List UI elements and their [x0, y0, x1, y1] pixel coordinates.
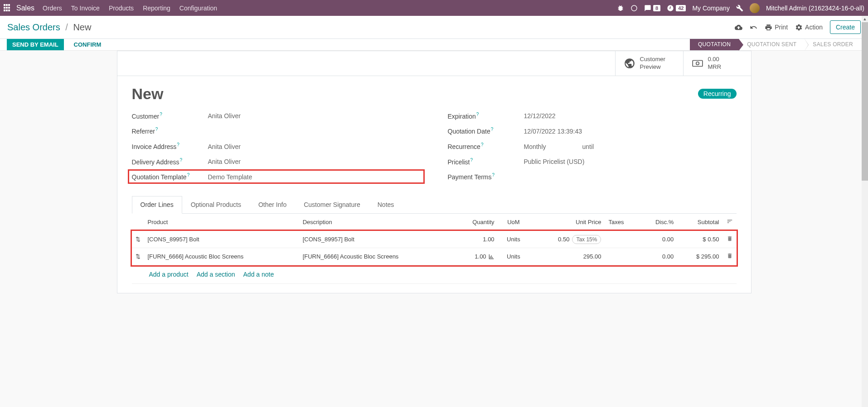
tab-customer-signature[interactable]: Customer Signature: [295, 196, 369, 213]
invoice-address-field: Invoice Address? Anita Oliver: [132, 142, 421, 150]
nav-to-invoice[interactable]: To Invoice: [71, 5, 100, 12]
action-button[interactable]: Action: [795, 24, 823, 31]
create-button[interactable]: Create: [830, 20, 861, 34]
payment-terms-field: Payment Terms?: [448, 172, 737, 181]
invoice-address-value[interactable]: Anita Oliver: [208, 143, 421, 150]
cell-product[interactable]: [CONS_89957] Bolt: [144, 231, 299, 248]
nav-orders[interactable]: Orders: [43, 5, 62, 12]
drag-handle-icon[interactable]: ⇅: [132, 231, 144, 248]
expiration-value[interactable]: 12/12/2022: [524, 112, 737, 120]
breadcrumb-root[interactable]: Sales Orders: [7, 22, 60, 32]
add-note-link[interactable]: Add a note: [243, 271, 274, 278]
delete-icon[interactable]: [727, 253, 733, 259]
table-body: ⇅[CONS_89957] Bolt[CONS_89957] Bolt1.00U…: [132, 231, 737, 265]
th-description[interactable]: Description: [299, 214, 454, 231]
avatar[interactable]: [750, 3, 760, 13]
nav-configuration[interactable]: Configuration: [179, 5, 217, 12]
print-button[interactable]: Print: [765, 24, 788, 31]
th-unit-price[interactable]: Unit Price: [529, 214, 605, 231]
support-icon[interactable]: [630, 5, 638, 12]
order-lines-table: Product Description Quantity UoM Unit Pr…: [132, 214, 737, 284]
add-row: Add a product Add a section Add a note: [132, 265, 737, 284]
recurrence-label: Recurrence?: [448, 142, 524, 150]
th-subtotal[interactable]: Subtotal: [677, 214, 723, 231]
th-uom[interactable]: UoM: [498, 214, 529, 231]
apps-icon[interactable]: [4, 4, 12, 12]
status-quotation[interactable]: QUOTATION: [690, 39, 739, 50]
scrollbar-thumb[interactable]: [862, 22, 868, 181]
activities-badge: 42: [676, 5, 686, 11]
breadcrumb-separator: /: [65, 22, 68, 32]
svg-point-1: [696, 62, 699, 65]
bug-icon[interactable]: [617, 5, 624, 12]
quotation-date-value[interactable]: 12/07/2022 13:39:43: [524, 128, 737, 135]
columns-config-icon[interactable]: [727, 218, 733, 225]
cell-uom[interactable]: Units: [498, 248, 529, 265]
tab-other-info[interactable]: Other Info: [250, 196, 295, 213]
customer-value[interactable]: Anita Oliver: [208, 112, 421, 120]
form-sheet: Customer Preview 0.00 MRR New Recurring: [117, 51, 752, 293]
quotation-template-value[interactable]: Demo Template: [208, 173, 421, 181]
chart-icon[interactable]: [488, 254, 495, 260]
tab-optional-products[interactable]: Optional Products: [182, 196, 250, 213]
status-sales-order[interactable]: SALES ORDER: [805, 39, 861, 50]
cell-quantity[interactable]: 1.00: [454, 231, 498, 248]
mrr-button[interactable]: 0.00 MRR: [683, 51, 751, 76]
discard-button[interactable]: [750, 24, 757, 31]
delivery-address-value[interactable]: Anita Oliver: [208, 158, 421, 165]
add-product-link[interactable]: Add a product: [149, 271, 189, 278]
messaging-badge: 8: [653, 5, 660, 11]
messaging-button[interactable]: 8: [644, 5, 660, 12]
send-by-email-button[interactable]: SEND BY EMAIL: [7, 39, 64, 50]
cell-description[interactable]: [CONS_89957] Bolt: [299, 231, 454, 248]
debug-tools-icon[interactable]: [736, 5, 743, 12]
activities-button[interactable]: 42: [667, 5, 686, 12]
drag-handle-icon[interactable]: ⇅: [132, 248, 144, 265]
tab-order-lines[interactable]: Order Lines: [132, 196, 182, 214]
status-quotation-sent[interactable]: QUOTATION SENT: [739, 39, 805, 50]
nav-menu: Orders To Invoice Products Reporting Con…: [43, 5, 217, 12]
user-name[interactable]: Mitchell Admin (21623424-16-0-all): [766, 5, 864, 12]
cell-unit-price[interactable]: 0.50Tax 15%: [529, 231, 605, 248]
table-row[interactable]: ⇅[FURN_6666] Acoustic Bloc Screens[FURN_…: [132, 248, 737, 265]
recurrence-value[interactable]: Monthly until: [524, 143, 737, 150]
scroll-up-arrow[interactable]: ▲: [862, 16, 868, 22]
control-panel: Sales Orders / New Print Action Create: [0, 16, 868, 39]
th-taxes[interactable]: Taxes: [605, 214, 639, 231]
company-selector[interactable]: My Company: [692, 5, 729, 12]
th-disc[interactable]: Disc.%: [639, 214, 678, 231]
vertical-scrollbar[interactable]: ▲: [862, 16, 868, 293]
cell-disc[interactable]: 0.00: [639, 231, 678, 248]
app-name[interactable]: Sales: [16, 4, 34, 12]
preview-line1: Customer: [640, 56, 665, 63]
nav-products[interactable]: Products: [109, 5, 134, 12]
cell-product[interactable]: [FURN_6666] Acoustic Bloc Screens: [144, 248, 299, 265]
add-section-link[interactable]: Add a section: [197, 271, 235, 278]
tab-notes[interactable]: Notes: [369, 196, 403, 213]
cell-disc[interactable]: 0.00: [639, 248, 678, 265]
table-row[interactable]: ⇅[CONS_89957] Bolt[CONS_89957] Bolt1.00U…: [132, 231, 737, 248]
customer-label: Customer?: [132, 112, 208, 120]
th-product[interactable]: Product: [144, 214, 299, 231]
sheet-body: New Recurring Customer? Anita Oliver Ref…: [117, 76, 751, 293]
save-button[interactable]: [735, 24, 742, 31]
cell-taxes[interactable]: [605, 248, 639, 265]
globe-icon: [624, 57, 635, 69]
quotation-date-field: Quotation Date? 12/07/2022 13:39:43: [448, 127, 737, 135]
th-quantity[interactable]: Quantity: [454, 214, 498, 231]
cell-uom[interactable]: Units: [498, 231, 529, 248]
confirm-button[interactable]: CONFIRM: [68, 39, 107, 50]
cell-subtotal[interactable]: $ 0.50: [677, 231, 723, 248]
form-fields: Customer? Anita Oliver Referrer? Invoice…: [132, 112, 737, 188]
cell-quantity[interactable]: 1.00: [454, 248, 498, 265]
breadcrumb: Sales Orders / New: [7, 22, 91, 33]
nav-reporting[interactable]: Reporting: [143, 5, 170, 12]
cell-subtotal[interactable]: $ 295.00: [677, 248, 723, 265]
cell-unit-price[interactable]: 295.00: [529, 248, 605, 265]
customer-preview-button[interactable]: Customer Preview: [615, 51, 683, 76]
cell-description[interactable]: [FURN_6666] Acoustic Bloc Screens: [299, 248, 454, 265]
print-icon: [765, 24, 772, 31]
cell-taxes[interactable]: [605, 231, 639, 248]
pricelist-value[interactable]: Public Pricelist (USD): [524, 158, 737, 165]
delete-icon[interactable]: [727, 235, 733, 242]
